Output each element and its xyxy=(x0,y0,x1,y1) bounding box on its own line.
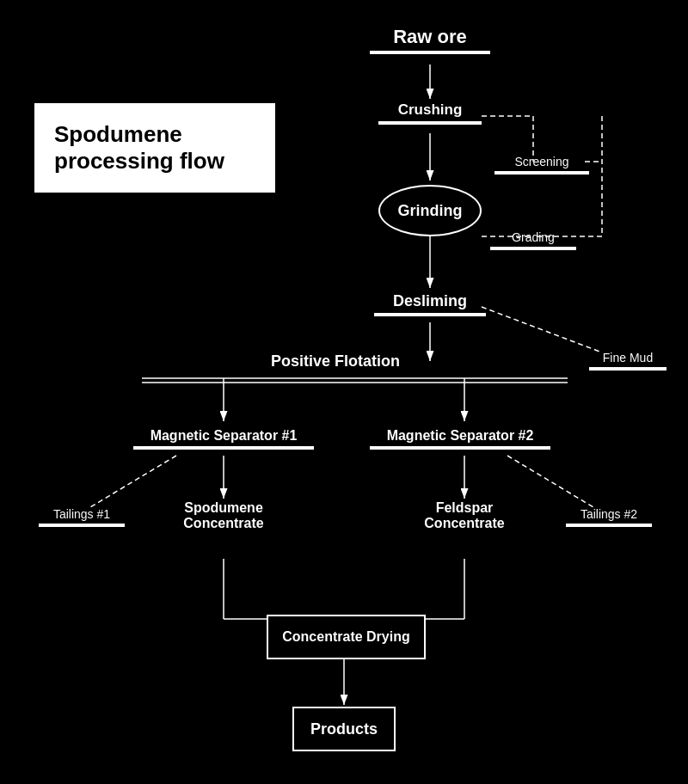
svg-line-18 xyxy=(90,456,176,507)
title-box: Spodumene processing flow xyxy=(34,103,275,193)
feldspar-conc-label: Feldspar Concentrate xyxy=(413,500,516,531)
products-node: Products xyxy=(292,707,396,751)
tailings-1-label: Tailings #1 xyxy=(39,507,125,527)
concentrate-drying-node: Concentrate Drying xyxy=(267,615,426,659)
raw-ore-label: Raw ore xyxy=(370,26,490,54)
svg-line-13 xyxy=(482,307,602,352)
mag-sep-1-label: Magnetic Separator #1 xyxy=(133,428,314,450)
title-line2: processing flow xyxy=(54,148,255,175)
title-line1: Spodumene xyxy=(54,121,255,148)
diagram: Spodumene processing flow Raw ore Crushi… xyxy=(0,0,688,784)
fine-mud-label: Fine Mud xyxy=(589,351,666,371)
svg-line-21 xyxy=(507,456,593,507)
grinding-node: Grinding xyxy=(378,185,482,236)
spodumene-conc-label: Spodumene Concentrate xyxy=(172,500,275,531)
grading-label: Grading xyxy=(490,230,576,250)
crushing-label: Crushing xyxy=(378,101,482,125)
mag-sep-2-label: Magnetic Separator #2 xyxy=(370,428,550,450)
desliming-label: Desliming xyxy=(374,292,486,316)
screening-label: Screening xyxy=(494,155,589,175)
positive-flotation-label: Positive Flotation xyxy=(241,352,430,371)
tailings-2-label: Tailings #2 xyxy=(566,507,652,527)
